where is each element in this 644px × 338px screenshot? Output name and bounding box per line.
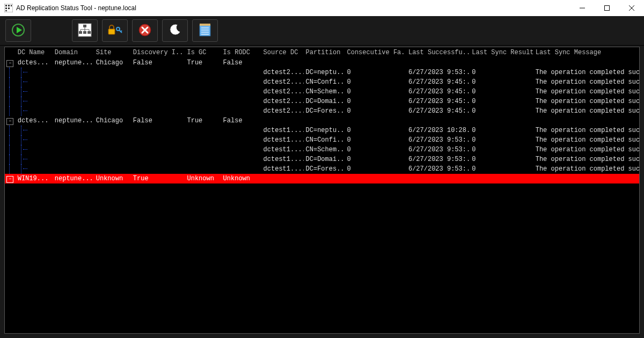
cell-lastsucc: 6/27/2023 9:53:... [406,145,470,155]
cell-domain: neptune.... [53,58,94,68]
cell-discovery: False [131,116,185,126]
cell-isgc: True [185,58,221,68]
col-partition[interactable]: Partition [304,47,345,58]
svg-rect-21 [83,31,86,34]
moon-icon [168,23,182,39]
cell-sourcedc: dctest1.... [261,145,304,155]
svg-rect-1 [5,5,7,6]
replication-row[interactable]: dctest1....CN=Schem...06/27/2023 9:53:..… [5,145,639,155]
replication-row[interactable]: dctest2....CN=Confi...06/27/2023 9:45:..… [5,77,639,87]
svg-marker-12 [17,27,22,33]
cell-sourcedc: dctest1.... [261,155,304,164]
col-isgc[interactable]: Is GC [185,47,221,58]
cell-lastsucc: 6/27/2023 9:53:... [406,164,470,174]
cell-dcname: WIN19... [16,174,53,183]
svg-rect-22 [87,31,91,34]
svg-rect-23 [108,29,115,34]
cell-domain: neptune.... [53,116,94,126]
cell-lastsucc: 6/27/2023 9:45:... [406,106,470,116]
cell-lastres: 0 [470,126,533,135]
replication-row[interactable]: dctest1....DC=Domai...06/27/2023 9:53:..… [5,155,639,164]
cell-consec: 0 [345,145,406,155]
cell-lastres: 0 [470,68,533,77]
play-icon [11,23,25,39]
cell-lastres: 0 [470,87,533,97]
cell-sourcedc: dctest2.... [261,106,304,116]
col-consec[interactable]: Consecutive Fa... [345,47,406,58]
dc-group-row[interactable]: −dctes...neptune....ChicagoFalseTrueFals… [5,58,639,68]
cell-consec: 0 [345,106,406,116]
cell-partition: CN=Confi... [304,135,345,145]
col-domain[interactable]: Domain [53,47,94,58]
cell-site: Chicago [94,116,131,126]
col-site[interactable]: Site [94,47,131,58]
titlebar[interactable]: AD Replication Status Tool - neptune.loc… [0,0,644,16]
window-title: AD Replication Status Tool - neptune.loc… [16,4,136,12]
maximize-button[interactable] [595,0,619,16]
cell-sourcedc: dctest1.... [261,126,304,135]
col-dcname[interactable]: DC Name [16,47,53,58]
col-lastres[interactable]: Last Sync Result [470,47,533,58]
cell-domain: neptune.... [53,174,94,183]
app-icon [4,4,13,12]
replication-row[interactable]: dctest1....DC=Fores...06/27/2023 9:53:..… [5,164,639,174]
cell-site: Unknown [94,174,131,183]
expand-toggle[interactable]: − [5,58,16,68]
expand-toggle[interactable]: − [5,116,16,126]
cell-partition: DC=neptu... [304,126,345,135]
minus-icon: − [6,60,13,67]
forest-button[interactable] [72,19,98,42]
close-button[interactable] [619,0,644,16]
cell-consec: 0 [345,68,406,77]
svg-rect-8 [605,6,610,11]
col-sourcedc[interactable]: Source DC [261,47,304,58]
replication-row[interactable]: dctest2....DC=neptu...06/27/2023 9:53:..… [5,68,639,77]
svg-rect-5 [8,8,10,9]
cell-lastres: 0 [470,155,533,164]
cell-dcname: dctes... [16,116,53,126]
col-lastmsg[interactable]: Last Sync Message [533,47,639,58]
cell-partition: CN=Confi... [304,77,345,87]
replication-row[interactable]: dctest2....DC=Fores...06/27/2023 9:45:..… [5,106,639,116]
cell-site: Chicago [94,58,131,68]
cell-partition: DC=Domai... [304,155,345,164]
cell-lastmsg: The operation completed succ... [533,145,639,155]
svg-rect-20 [79,31,82,34]
run-button[interactable] [5,19,31,42]
column-headers[interactable]: DC NameDomainSiteDiscovery I...Is GCIs R… [5,47,639,58]
svg-rect-3 [11,5,12,6]
col-discovery[interactable]: Discovery I... [131,47,185,58]
minimize-button[interactable] [570,0,595,16]
cell-consec: 0 [345,97,406,106]
col-lastsucc[interactable]: Last Successfu... [406,47,470,58]
error-circle-icon [138,23,152,39]
dc-group-row[interactable]: −WIN19...neptune....UnknownTrueUnknownUn… [5,174,639,183]
cell-partition: CN=Schem... [304,87,345,97]
expand-toggle[interactable]: − [5,174,16,183]
replication-row[interactable]: dctest1....CN=Confi...06/27/2023 9:53:..… [5,135,639,145]
dc-group-row[interactable]: −dctes...neptune....ChicagoFalseTrueFals… [5,116,639,126]
replication-row[interactable]: dctest2....DC=Domai...06/27/2023 9:45:..… [5,97,639,106]
minus-icon: − [6,118,13,125]
cell-lastmsg: The operation completed succ... [533,68,639,77]
col-isrodc[interactable]: Is RODC [221,47,261,58]
errors-button[interactable] [132,19,158,42]
cell-sourcedc: dctest2.... [261,97,304,106]
cell-consec: 0 [345,155,406,164]
sitemap-icon [78,23,92,39]
replication-row[interactable]: dctest2....CN=Schem...06/27/2023 9:45:..… [5,87,639,97]
toolbar [0,16,644,46]
replication-row[interactable]: dctest1....DC=neptu...06/27/2023 10:28..… [5,126,639,135]
lock-button[interactable] [102,19,128,42]
cell-lastmsg: The operation completed succ... [533,97,639,106]
replication-grid[interactable]: DC NameDomainSiteDiscovery I...Is GCIs R… [4,47,640,334]
notepad-button[interactable] [192,19,218,42]
cell-lastsucc: 6/27/2023 9:45:... [406,97,470,106]
cell-isrodc: Unknown [221,174,261,183]
cell-isrodc: False [221,116,261,126]
cell-lastmsg: The operation completed succ... [533,87,639,97]
cell-sourcedc: dctest1.... [261,164,304,174]
cell-lastsucc: 6/27/2023 9:53:... [406,135,470,145]
night-mode-button[interactable] [162,19,188,42]
cell-lastmsg: The operation completed succ... [533,155,639,164]
